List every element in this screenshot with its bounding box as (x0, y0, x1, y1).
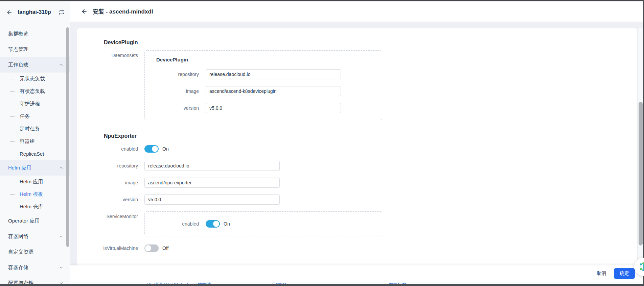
sidebar-item-workloads[interactable]: 工作负载 (0, 57, 70, 73)
sidebar-item-helm-apps[interactable]: —Helm 应用 (0, 176, 70, 188)
back-arrow-icon[interactable] (5, 8, 13, 16)
dash-icon: — (10, 179, 15, 184)
sidebar-item-node-management[interactable]: 节点管理 (0, 42, 70, 57)
version-label: version (77, 194, 138, 205)
sidebar-item-jobs[interactable]: —任务 (0, 110, 70, 123)
page-title: 安装 - ascend-mindxdl (93, 8, 153, 16)
sidebar-item-helm-apps-group[interactable]: Helm 应用 (0, 160, 70, 176)
sidebar-header: tanghai-310p (0, 1, 70, 23)
dash-icon: — (10, 89, 15, 94)
chevron-down-icon (59, 234, 64, 239)
chevron-up-icon (59, 62, 64, 67)
image-label: image (77, 178, 138, 188)
ai-assistant-icon (638, 262, 644, 272)
dash-icon: — (10, 101, 15, 106)
sidebar-item-replicaset[interactable]: —ReplicaSet (0, 148, 70, 160)
toggle-state-text: On (162, 146, 169, 152)
window-top-edge (0, 0, 644, 1)
toggle-knob (213, 221, 219, 227)
dash-icon: — (10, 192, 15, 197)
npuexporter-image-input[interactable] (144, 178, 280, 188)
sidebar-item-cronjobs[interactable]: —定时任务 (0, 123, 70, 135)
page-header: 安装 - ascend-mindxdl (70, 1, 644, 22)
chevron-up-icon (59, 165, 64, 170)
sidebar-item-operator-apps[interactable]: Operator 应用 (0, 213, 70, 229)
dash-icon: — (10, 76, 15, 81)
window-bottom-edge (0, 284, 644, 286)
footer-action-bar: 取消 确定 (70, 265, 644, 282)
toggle-knob (145, 245, 151, 251)
dash-icon: — (10, 139, 15, 144)
servicemonitor-label: ServiceMonitor (77, 211, 138, 222)
servicemonitor-box: enabled On (144, 211, 382, 236)
sidebar-item-container-network[interactable]: 容器网络 (0, 229, 70, 244)
dash-icon: — (10, 114, 15, 119)
enabled-label: enabled (145, 219, 199, 229)
deviceplugin-image-input[interactable] (206, 86, 341, 96)
back-arrow-icon[interactable] (80, 8, 88, 15)
sidebar-item-stateless-workloads[interactable]: —无状态负载 (0, 73, 70, 85)
sidebar-item-custom-resources[interactable]: 自定义资源 (0, 244, 70, 260)
repository-label: repository (77, 161, 138, 171)
repository-label: repository (145, 69, 199, 79)
confirm-button[interactable]: 确定 (614, 268, 635, 279)
dash-icon: — (10, 151, 15, 156)
toggle-state-text: Off (162, 245, 168, 251)
sidebar-scrollbar-thumb[interactable] (66, 27, 69, 247)
cluster-name: tanghai-310p (18, 9, 58, 15)
sidebar-item-helm-templates[interactable]: —Helm 模板 (0, 188, 70, 201)
section-npuexporter: NpuExporter enabled On repository (77, 133, 637, 253)
isvirtualmachine-toggle[interactable] (144, 244, 159, 252)
sidebar-nav: 集群概览 节点管理 工作负载 —无状态负载 —有状态负载 —守护进程 —任务 —… (0, 26, 70, 286)
dash-icon: — (10, 204, 15, 209)
sidebar-divider (4, 23, 64, 23)
deviceplugin-daemonsets-box: DevicePlugin repository image (144, 50, 382, 120)
section-deviceplugin: DevicePlugin Daemonsets DevicePlugin rep… (77, 40, 637, 120)
sidebar-item-pods[interactable]: —容器组 (0, 135, 70, 148)
main-area: 安装 - ascend-mindxdl DevicePlugin Daemons… (70, 1, 644, 286)
version-label: version (145, 103, 199, 113)
cancel-button[interactable]: 取消 (593, 268, 610, 279)
refresh-cycle-icon[interactable] (58, 8, 65, 16)
toggle-state-text: On (224, 221, 230, 227)
npuexporter-repository-input[interactable] (144, 161, 280, 171)
toggle-knob (152, 146, 158, 152)
image-label: image (145, 86, 199, 96)
section-title: DevicePlugin (104, 40, 637, 46)
app-window: tanghai-310p 集群概览 节点管理 工作负载 —无状态负载 —有状态负… (0, 0, 644, 286)
daemonsets-label: Daemonsets (77, 50, 138, 60)
npuexporter-version-input[interactable] (144, 194, 280, 205)
npuexporter-enabled-toggle[interactable] (144, 145, 159, 153)
box-title: DevicePlugin (156, 57, 382, 62)
chevron-down-icon (59, 265, 64, 270)
install-form-card: DevicePlugin Daemonsets DevicePlugin rep… (77, 28, 637, 266)
deviceplugin-version-input[interactable] (206, 103, 341, 113)
sidebar-item-helm-repos[interactable]: —Helm 仓库 (0, 201, 70, 213)
sidebar-item-daemon-process[interactable]: —守护进程 (0, 98, 70, 110)
section-title: NpuExporter (104, 133, 637, 139)
sidebar-item-container-storage[interactable]: 容器存储 (0, 260, 70, 275)
dash-icon: — (10, 126, 15, 131)
sidebar-item-cluster-overview[interactable]: 集群概览 (0, 26, 70, 42)
sidebar-item-stateful-workloads[interactable]: —有状态负载 (0, 85, 70, 98)
content-backdrop: DevicePlugin Daemonsets DevicePlugin rep… (70, 22, 644, 286)
main-scrollbar-thumb[interactable] (639, 102, 643, 245)
servicemonitor-enabled-toggle[interactable] (206, 220, 220, 228)
isvirtualmachine-label: isVirtualMachine (77, 243, 138, 253)
deviceplugin-repository-input[interactable] (206, 69, 341, 79)
enabled-label: enabled (77, 144, 138, 154)
sidebar: tanghai-310p 集群概览 节点管理 工作负载 —无状态负载 —有状态负… (0, 1, 70, 286)
